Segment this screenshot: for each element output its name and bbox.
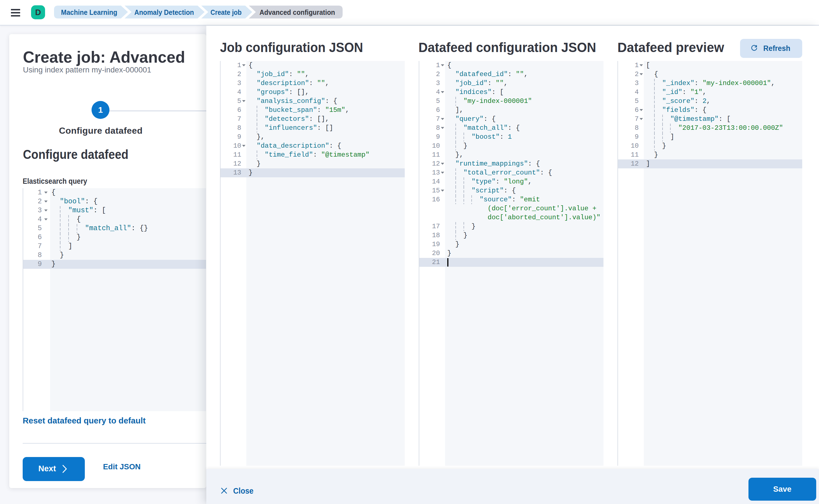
svg-text:Advanced configuration: Advanced configuration <box>260 8 335 17</box>
svg-text:Machine Learning: Machine Learning <box>61 8 117 17</box>
svg-text:Create job: Create job <box>211 8 242 17</box>
svg-text:Anomaly Detection: Anomaly Detection <box>134 8 194 17</box>
